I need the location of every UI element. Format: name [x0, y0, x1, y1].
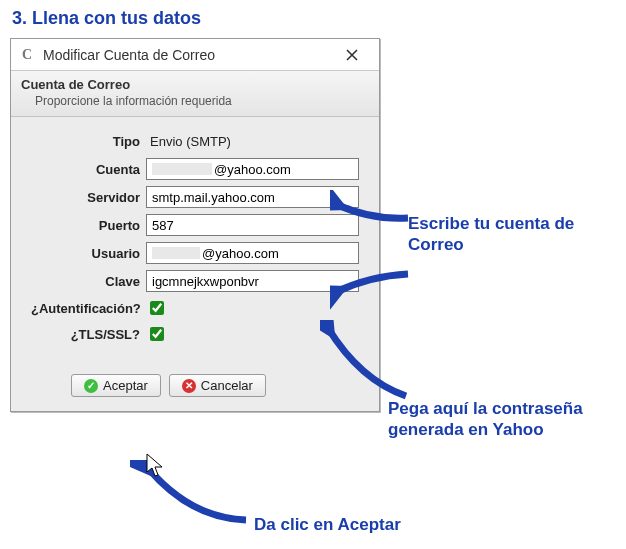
cuenta-suffix: @yahoo.com [214, 162, 291, 177]
section-header: Cuenta de Correo Proporcione la informac… [11, 71, 379, 117]
close-icon [346, 49, 358, 61]
label-tls: ¿TLS/SSL? [31, 327, 146, 342]
value-tipo: Envio (SMTP) [146, 131, 235, 152]
row-cuenta: Cuenta @yahoo.com [31, 158, 359, 180]
input-cuenta[interactable]: @yahoo.com [146, 158, 359, 180]
check-icon: ✓ [84, 379, 98, 393]
step-title: 3. Llena con tus datos [0, 0, 626, 33]
row-tipo: Tipo Envio (SMTP) [31, 131, 359, 152]
label-servidor: Servidor [31, 190, 146, 205]
accept-label: Aceptar [103, 378, 148, 393]
input-servidor[interactable] [146, 186, 359, 208]
annotation-clave: Pega aquí la contraseña generada en Yaho… [388, 398, 618, 441]
redacted-usuario [152, 247, 200, 259]
redacted-cuenta [152, 163, 212, 175]
close-button[interactable] [331, 42, 373, 68]
input-clave[interactable] [146, 270, 359, 292]
cancel-button[interactable]: ✕ Cancelar [169, 374, 266, 397]
form-area: Tipo Envio (SMTP) Cuenta @yahoo.com Serv… [11, 117, 379, 360]
accept-button[interactable]: ✓ Aceptar [71, 374, 161, 397]
row-puerto: Puerto [31, 214, 359, 236]
label-puerto: Puerto [31, 218, 146, 233]
row-usuario: Usuario @yahoo.com [31, 242, 359, 264]
arrow-to-accept [130, 460, 250, 530]
dialog-title: Modificar Cuenta de Correo [43, 47, 331, 63]
cancel-label: Cancelar [201, 378, 253, 393]
dialog-modificar-cuenta: C Modificar Cuenta de Correo Cuenta de C… [10, 38, 380, 412]
label-clave: Clave [31, 274, 146, 289]
input-puerto[interactable] [146, 214, 359, 236]
row-tls: ¿TLS/SSL? [31, 324, 359, 344]
label-auth: ¿Autentificación? [31, 301, 146, 316]
row-clave: Clave [31, 270, 359, 292]
checkbox-auth[interactable] [150, 301, 164, 315]
label-cuenta: Cuenta [31, 162, 146, 177]
label-usuario: Usuario [31, 246, 146, 261]
checkbox-tls[interactable] [150, 327, 164, 341]
row-servidor: Servidor [31, 186, 359, 208]
row-auth: ¿Autentificación? [31, 298, 359, 318]
button-row: ✓ Aceptar ✕ Cancelar [11, 360, 379, 411]
x-icon: ✕ [182, 379, 196, 393]
titlebar: C Modificar Cuenta de Correo [11, 39, 379, 71]
annotation-accept: Da clic en Aceptar [254, 514, 401, 535]
label-tipo: Tipo [31, 134, 146, 149]
cursor-icon [145, 452, 165, 478]
usuario-suffix: @yahoo.com [202, 246, 279, 261]
input-usuario[interactable]: @yahoo.com [146, 242, 359, 264]
app-icon: C [19, 47, 35, 63]
section-title: Cuenta de Correo [21, 77, 369, 92]
annotation-cuenta: Escribe tu cuenta de Correo [408, 213, 608, 256]
section-subtitle: Proporcione la información requerida [21, 94, 369, 108]
